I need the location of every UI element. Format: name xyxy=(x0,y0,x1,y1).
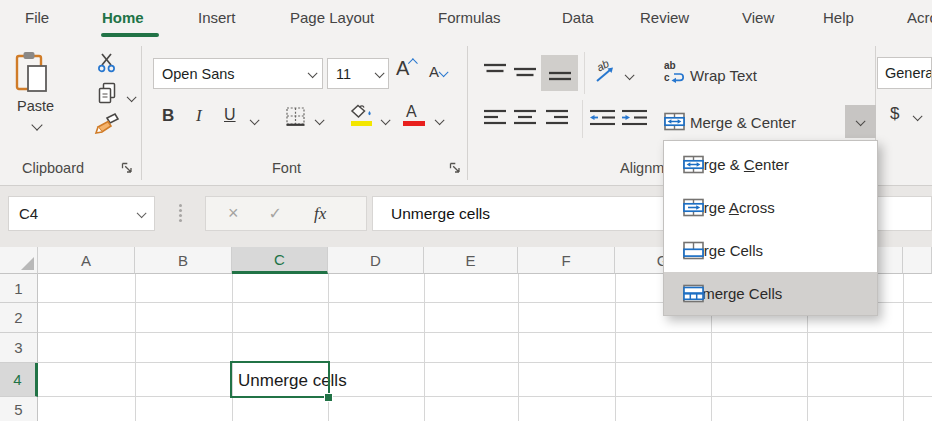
merge-across-icon xyxy=(683,197,704,218)
tab-file[interactable]: File xyxy=(25,9,49,26)
gridline xyxy=(518,274,519,421)
menu-item-merge-cells[interactable]: Merge Cells xyxy=(664,229,877,272)
cut-icon[interactable] xyxy=(97,52,117,74)
active-tab-underline xyxy=(101,33,159,37)
column-header-c[interactable]: C xyxy=(232,247,328,274)
font-color-bar xyxy=(403,121,425,126)
menu-item-merge-across[interactable]: Merge Across xyxy=(664,186,877,229)
column-header-e[interactable]: E xyxy=(424,247,518,274)
row-header-3[interactable]: 3 xyxy=(0,333,38,363)
row-header-5[interactable]: 5 xyxy=(0,397,38,421)
tab-insert[interactable]: Insert xyxy=(198,9,236,26)
bold-button[interactable]: B xyxy=(162,106,174,126)
row-header-1[interactable]: 1 xyxy=(0,274,38,303)
orientation-icon[interactable]: ab xyxy=(592,58,619,86)
currency-format-button[interactable]: $ xyxy=(890,104,899,124)
formula-buttons: × ✓ fx xyxy=(205,196,367,231)
merge-center-ribbon-icon[interactable] xyxy=(664,111,685,132)
decrease-indent-icon[interactable] xyxy=(589,108,616,128)
gridline xyxy=(232,274,233,421)
column-header-j[interactable] xyxy=(903,247,932,274)
increase-font-size-button[interactable]: A xyxy=(396,57,416,80)
tab-page-layout[interactable]: Page Layout xyxy=(290,9,374,26)
number-format-select[interactable]: General xyxy=(877,57,932,89)
italic-button[interactable]: I xyxy=(196,106,202,126)
font-color-chevron-icon[interactable] xyxy=(435,116,444,125)
font-size-select[interactable]: 11 xyxy=(327,58,389,89)
gridline xyxy=(38,396,932,397)
selected-cell-border[interactable] xyxy=(230,361,330,398)
clipboard-group-label: Clipboard xyxy=(22,160,84,176)
align-center-icon[interactable] xyxy=(513,108,537,128)
middle-align-icon[interactable] xyxy=(513,62,537,82)
copy-icon[interactable] xyxy=(97,82,117,106)
merge-center-button[interactable]: Merge & Center xyxy=(690,114,796,131)
align-right-icon[interactable] xyxy=(545,108,569,128)
menu-item-unmerge-cells[interactable]: Unmerge Cells xyxy=(664,272,877,315)
merge-center-menu: Merge & Center Merge Across xyxy=(663,140,878,316)
paste-button[interactable]: Paste xyxy=(17,98,54,114)
tab-acrobat[interactable]: Acrobat xyxy=(907,9,932,26)
name-box-value: C4 xyxy=(9,205,138,222)
fill-color-icon[interactable] xyxy=(350,104,374,119)
gridline xyxy=(903,274,904,421)
top-align-icon[interactable] xyxy=(483,62,507,82)
svg-text:ab: ab xyxy=(664,60,676,71)
formula-value: Unmerge cells xyxy=(373,205,490,223)
insert-function-icon[interactable]: fx xyxy=(314,204,326,224)
tab-home[interactable]: Home xyxy=(102,9,144,26)
chevron-down-icon xyxy=(856,117,865,126)
column-header-f[interactable]: F xyxy=(518,247,615,274)
underline-button[interactable]: U xyxy=(224,106,236,124)
align-left-icon[interactable] xyxy=(483,108,507,128)
cancel-icon[interactable]: × xyxy=(228,203,239,224)
currency-chevron-icon[interactable] xyxy=(913,112,922,121)
decrease-font-size-button[interactable]: A xyxy=(429,63,446,80)
paste-icon[interactable] xyxy=(14,50,52,96)
format-painter-icon[interactable] xyxy=(94,112,120,138)
menu-item-merge-and-center[interactable]: Merge & Center xyxy=(664,143,877,186)
underline-chevron-icon[interactable] xyxy=(250,116,259,125)
mini-separator xyxy=(582,100,583,138)
name-box[interactable]: C4 xyxy=(8,196,155,231)
number-format-value: General xyxy=(878,65,932,81)
font-dialog-launcher-icon[interactable] xyxy=(449,162,461,174)
increase-indent-icon[interactable] xyxy=(621,108,648,128)
tab-formulas[interactable]: Formulas xyxy=(438,9,501,26)
merge-center-dropdown-button[interactable] xyxy=(845,105,876,138)
fill-color-chevron-icon[interactable] xyxy=(381,116,390,125)
wrap-text-button[interactable]: Wrap Text xyxy=(690,67,757,84)
select-all-corner[interactable] xyxy=(0,247,38,274)
borders-chevron-icon[interactable] xyxy=(315,116,324,125)
formula-bar-grip[interactable] xyxy=(179,204,182,207)
orientation-chevron-icon[interactable] xyxy=(625,71,634,80)
tab-data[interactable]: Data xyxy=(562,9,594,26)
tab-review[interactable]: Review xyxy=(640,9,689,26)
font-size-value: 11 xyxy=(328,66,376,82)
borders-icon[interactable] xyxy=(286,107,305,126)
tab-view[interactable]: View xyxy=(742,9,774,26)
merge-center-icon xyxy=(683,154,704,175)
gridline xyxy=(38,332,932,333)
column-header-b[interactable]: B xyxy=(135,247,232,274)
copy-chevron-icon[interactable] xyxy=(127,93,136,102)
font-color-icon[interactable]: A xyxy=(406,103,417,121)
chevron-down-icon xyxy=(307,69,316,78)
row-header-2[interactable]: 2 xyxy=(0,303,38,333)
gridline xyxy=(135,274,136,421)
tab-help[interactable]: Help xyxy=(823,9,854,26)
column-header-a[interactable]: A xyxy=(38,247,135,274)
column-header-d[interactable]: D xyxy=(328,247,424,274)
row-header-4[interactable]: 4 xyxy=(0,363,38,397)
fill-handle[interactable] xyxy=(324,393,333,402)
clipboard-dialog-launcher-icon[interactable] xyxy=(121,162,133,174)
wrap-text-icon[interactable]: ab c xyxy=(663,60,686,84)
merge-cells-icon xyxy=(683,240,704,261)
font-name-select[interactable]: Open Sans xyxy=(153,58,323,89)
select-all-triangle-icon xyxy=(21,257,34,270)
paste-chevron-icon[interactable] xyxy=(31,119,42,130)
font-group-label: Font xyxy=(272,160,301,176)
enter-check-icon[interactable]: ✓ xyxy=(269,204,282,223)
fill-color-bar xyxy=(351,121,372,126)
bottom-align-button[interactable] xyxy=(541,55,578,91)
